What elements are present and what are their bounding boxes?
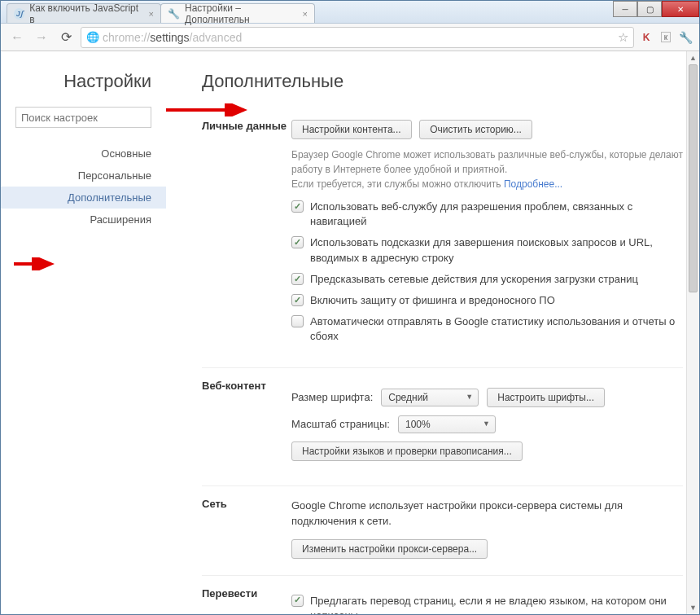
sidebar-item-personal[interactable]: Персональные <box>1 165 166 187</box>
browser-toolbar: ← → ⟳ 🌐 chrome://settings/advanced ☆ K к… <box>1 24 699 51</box>
browser-tab-active[interactable]: 🔧 Настройки – Дополнительн × <box>160 3 315 23</box>
scroll-down-icon[interactable]: ▼ <box>687 601 699 614</box>
search-settings-box <box>15 107 151 128</box>
section-network: Сеть Google Chrome использует настройки … <box>202 486 683 576</box>
customize-fonts-button[interactable]: Настроить шрифты... <box>487 388 605 407</box>
back-button[interactable]: ← <box>7 28 27 47</box>
checkbox-label: Предсказывать сетевые действия для ускор… <box>310 272 638 287</box>
checkbox-icon[interactable] <box>291 236 304 248</box>
checkbox-row-phishing[interactable]: Включить защиту от фишинга и вредоносног… <box>291 293 683 308</box>
window-controls: ─ ▢ ✕ <box>613 1 699 17</box>
bookmark-star-icon[interactable]: ☆ <box>618 30 628 45</box>
section-label-translate: Перевести <box>202 587 291 615</box>
content-settings-button[interactable]: Настройки контента... <box>291 120 412 139</box>
font-size-select[interactable]: Средний <box>381 389 479 406</box>
checkbox-icon[interactable] <box>291 595 304 607</box>
checkbox-icon[interactable] <box>291 294 304 306</box>
page-zoom-label: Масштаб страницы: <box>291 418 390 430</box>
settings-nav: Основные Персональные Дополнительные Рас… <box>1 143 166 231</box>
checkbox-label: Автоматически отправлять в Google статис… <box>310 314 683 344</box>
wrench-icon: 🔧 <box>168 8 180 20</box>
scroll-up-icon[interactable]: ▲ <box>687 51 699 64</box>
scroll-thumb[interactable] <box>689 64 698 292</box>
maximize-button[interactable]: ▢ <box>637 1 662 17</box>
page-title: Дополнительные <box>202 71 683 92</box>
checkbox-row-usage-stats[interactable]: Автоматически отправлять в Google статис… <box>291 314 683 344</box>
checkbox-row-suggestions[interactable]: Использовать подсказки для завершения по… <box>291 235 683 265</box>
close-button[interactable]: ✕ <box>662 1 699 17</box>
page-content: Настройки Основные Персональные Дополнит… <box>1 51 699 614</box>
checkbox-icon[interactable] <box>291 273 304 285</box>
minimize-button[interactable]: ─ <box>613 1 637 17</box>
section-label-web-content: Веб-контент <box>202 380 291 469</box>
browser-tab-inactive[interactable]: Jʃ Как включить JavaScript в × <box>7 3 161 23</box>
tab-title: Настройки – Дополнительн <box>185 2 295 25</box>
section-label-network: Сеть <box>202 498 291 559</box>
js-favicon: Jʃ <box>14 8 24 20</box>
window-titlebar: Jʃ Как включить JavaScript в × 🔧 Настрой… <box>1 1 699 24</box>
forward-button: → <box>32 28 51 47</box>
settings-sidebar: Настройки Основные Персональные Дополнит… <box>1 51 166 614</box>
section-translate: Перевести Предлагать перевод страниц, ес… <box>202 576 683 615</box>
annotation-arrow-sidebar <box>12 257 56 270</box>
wrench-menu-icon[interactable]: 🔧 <box>678 30 693 45</box>
vertical-scrollbar[interactable]: ▲ ▼ <box>686 51 699 614</box>
sidebar-item-basic[interactable]: Основные <box>1 143 166 165</box>
sidebar-item-extensions[interactable]: Расширения <box>1 209 166 231</box>
globe-icon: 🌐 <box>86 31 99 43</box>
checkbox-label: Предлагать перевод страниц, если я не вл… <box>310 594 683 615</box>
section-web-content: Веб-контент Размер шрифта: Средний Настр… <box>202 368 683 486</box>
checkbox-label: Использовать веб-службу для разрешения п… <box>310 200 683 229</box>
learn-more-link[interactable]: Подробнее... <box>504 178 562 190</box>
tab-strip: Jʃ Как включить JavaScript в × 🔧 Настрой… <box>7 3 314 23</box>
clear-history-button[interactable]: Очистить историю... <box>419 120 532 139</box>
extension-icon[interactable]: к <box>658 30 673 45</box>
reload-button[interactable]: ⟳ <box>56 28 76 47</box>
settings-main: Дополнительные Личные данные Настройки к… <box>166 51 699 614</box>
kaspersky-icon[interactable]: K <box>639 30 654 45</box>
sidebar-title: Настройки <box>1 71 166 92</box>
checkbox-icon[interactable] <box>291 315 304 327</box>
language-settings-button[interactable]: Настройки языков и проверки правописания… <box>291 441 523 461</box>
close-icon[interactable]: × <box>303 9 308 19</box>
page-zoom-select[interactable]: 100% <box>398 415 496 433</box>
sidebar-item-advanced[interactable]: Дополнительные <box>1 187 166 209</box>
address-bar[interactable]: 🌐 chrome://settings/advanced ☆ <box>81 27 634 48</box>
network-description: Google Chrome использует настройки прокс… <box>291 498 683 529</box>
search-input[interactable] <box>15 107 151 128</box>
privacy-description: Браузер Google Chrome может использовать… <box>291 147 683 191</box>
tab-title: Как включить JavaScript в <box>29 2 140 25</box>
url-text: chrome://settings/advanced <box>103 31 615 44</box>
proxy-settings-button[interactable]: Изменить настройки прокси-сервера... <box>291 539 488 559</box>
checkbox-label: Включить защиту от фишинга и вредоносног… <box>310 293 555 308</box>
checkbox-icon[interactable] <box>291 200 304 213</box>
section-label-privacy: Личные данные <box>202 120 291 351</box>
checkbox-label: Использовать подсказки для завершения по… <box>310 235 683 265</box>
section-privacy: Личные данные Настройки контента... Очис… <box>202 108 683 368</box>
checkbox-row-navigation-errors[interactable]: Использовать веб-службу для разрешения п… <box>291 200 683 229</box>
checkbox-row-offer-translate[interactable]: Предлагать перевод страниц, если я не вл… <box>291 594 683 615</box>
checkbox-row-predict[interactable]: Предсказывать сетевые действия для ускор… <box>291 272 683 287</box>
close-icon[interactable]: × <box>149 9 154 19</box>
font-size-label: Размер шрифта: <box>291 391 373 403</box>
